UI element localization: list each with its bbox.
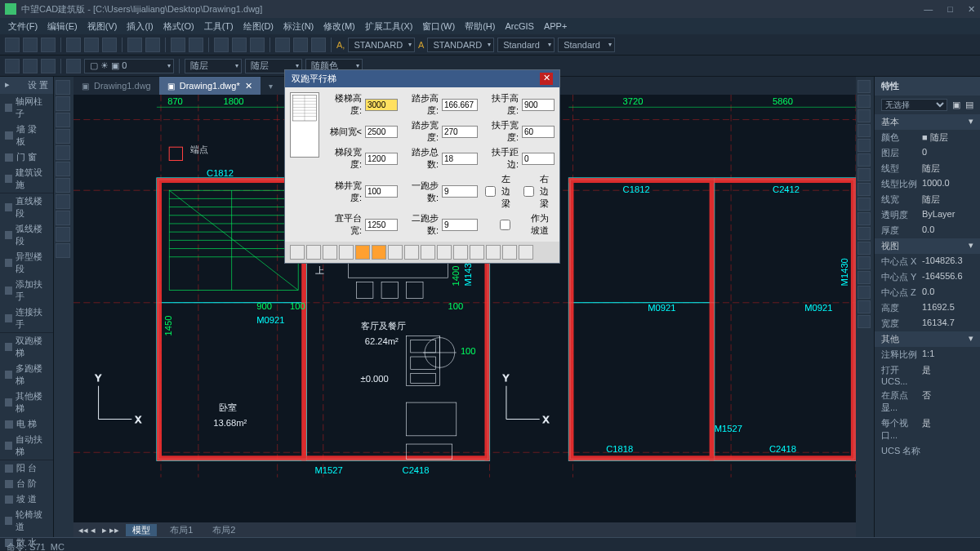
lp-item[interactable]: 连接扶手 <box>0 304 53 332</box>
group-view[interactable]: 视图▾ <box>875 238 980 254</box>
ramp-check[interactable]: 作为坡道 <box>481 212 555 237</box>
menu-draw[interactable]: 绘图(D) <box>240 20 277 33</box>
dlg-btn-4[interactable] <box>339 245 354 260</box>
tb2-a[interactable] <box>5 59 20 73</box>
menu-file[interactable]: 文件(F) <box>5 20 41 33</box>
tab-add[interactable]: ▾ <box>261 77 281 95</box>
well-width-input[interactable] <box>365 126 398 138</box>
dlg-btn-8[interactable] <box>404 245 419 260</box>
copy-icon[interactable] <box>84 38 99 52</box>
menu-tools[interactable]: 工具(T) <box>201 20 237 33</box>
lp-item[interactable]: 电 梯 <box>0 416 53 432</box>
line-icon[interactable] <box>56 80 70 95</box>
dlg-btn-5[interactable] <box>355 245 370 260</box>
paste-icon[interactable] <box>102 38 117 52</box>
dlg-btn-14[interactable] <box>502 245 517 260</box>
lp-head-settings[interactable]: ▸设 置 <box>0 77 53 94</box>
point-icon[interactable] <box>56 243 70 258</box>
zoomext-icon[interactable] <box>250 38 265 52</box>
menu-dim[interactable]: 标注(N) <box>280 20 317 33</box>
color-dropdown[interactable]: 随层 <box>185 59 242 73</box>
menu-help[interactable]: 帮助(H) <box>461 20 498 33</box>
lp-item[interactable]: 多跑楼梯 <box>0 361 53 389</box>
layer-icon[interactable] <box>275 38 290 52</box>
lp-item[interactable]: 门 窗 <box>0 149 53 165</box>
pick-icon[interactable]: ▣ <box>952 100 960 110</box>
textstyle-a-dropdown[interactable]: STANDARD <box>348 38 415 52</box>
lp-item[interactable]: 台 阶 <box>0 476 53 491</box>
move-icon[interactable] <box>858 80 871 93</box>
fillet-icon[interactable] <box>858 198 871 211</box>
rail-offset-input[interactable] <box>522 153 555 165</box>
hatch-icon[interactable] <box>56 194 70 209</box>
offset-icon[interactable] <box>858 183 871 196</box>
ellipse-icon[interactable] <box>56 162 70 176</box>
scale-icon[interactable] <box>858 139 871 152</box>
maximize-button[interactable]: □ <box>947 4 953 15</box>
tab-layout2[interactable]: 布局2 <box>206 524 242 536</box>
tab-nav-left[interactable]: ◂◂ ◂ <box>78 525 96 535</box>
erase-icon[interactable] <box>858 242 871 255</box>
lp-item[interactable]: 直线楼段 <box>0 193 53 221</box>
text-icon[interactable] <box>56 211 70 225</box>
tab-drawing1[interactable]: ▣ Drawing1.dwg <box>74 77 159 95</box>
right-beam-check[interactable]: 右边梁 <box>519 173 555 210</box>
help-icon[interactable] <box>311 38 326 52</box>
landing-width-input[interactable] <box>365 219 398 231</box>
rect-icon[interactable] <box>56 145 70 160</box>
close-button[interactable]: ✕ <box>968 4 975 15</box>
tab-model[interactable]: 模型 <box>126 524 157 536</box>
tab-drawing1-active[interactable]: ▣ Drawing1.dwg* ✕ <box>159 77 261 95</box>
dlg-btn-2[interactable] <box>306 245 321 260</box>
lp-item[interactable]: 双跑楼梯 <box>0 333 53 361</box>
menu-arcgis[interactable]: ArcGIS <box>501 21 537 31</box>
tab-close-icon[interactable]: ✕ <box>245 81 252 91</box>
tab-layout1[interactable]: 布局1 <box>163 524 199 536</box>
group-other[interactable]: 其他▾ <box>875 331 980 347</box>
dlg-btn-7[interactable] <box>388 245 403 260</box>
dimstyle2-dropdown[interactable]: Standard <box>558 38 615 52</box>
spline-icon[interactable] <box>56 178 70 193</box>
stretch-icon[interactable] <box>858 300 871 313</box>
tab-nav-right[interactable]: ▸ ▸▸ <box>102 525 119 535</box>
stair-height-input[interactable] <box>365 99 398 111</box>
menu-edit[interactable]: 编辑(E) <box>44 20 81 33</box>
flight-width-input[interactable] <box>365 153 398 165</box>
dlg-btn-13[interactable] <box>486 245 501 260</box>
pan-icon[interactable] <box>214 38 229 52</box>
lp-item[interactable]: 阳 台 <box>0 460 53 476</box>
extend-icon[interactable] <box>858 168 871 181</box>
step-total-input[interactable] <box>442 153 478 165</box>
join-icon[interactable] <box>858 271 871 284</box>
tb2-d[interactable] <box>66 59 81 73</box>
dialog-close-button[interactable]: ✕ <box>540 73 553 85</box>
save-icon[interactable] <box>41 38 56 52</box>
redo-icon[interactable] <box>145 38 160 52</box>
menu-window[interactable]: 窗口(W) <box>419 20 458 33</box>
dimstyle-dropdown[interactable]: Standard <box>497 38 555 52</box>
undo-icon[interactable] <box>127 38 142 52</box>
align-icon[interactable] <box>858 315 871 328</box>
circle-icon[interactable] <box>56 129 70 144</box>
pline-icon[interactable] <box>56 96 70 111</box>
menu-view[interactable]: 视图(V) <box>84 20 121 33</box>
chamfer-icon[interactable] <box>858 286 871 299</box>
lp-item[interactable]: 添加扶手 <box>0 277 53 304</box>
dlg-btn-9[interactable] <box>421 245 435 260</box>
dlg-btn-6[interactable] <box>372 245 386 260</box>
lp-item[interactable]: 建筑设施 <box>0 165 53 193</box>
lp-item[interactable]: 轮椅坡道 <box>0 507 53 535</box>
dlg-btn-15[interactable] <box>519 245 533 260</box>
group-basic[interactable]: 基本▾ <box>875 114 980 130</box>
print-icon[interactable] <box>171 38 185 52</box>
arc-icon[interactable] <box>56 113 70 127</box>
flight1-steps-input[interactable] <box>442 185 478 198</box>
new-icon[interactable] <box>5 38 20 52</box>
copy2-icon[interactable] <box>858 95 871 108</box>
lp-item[interactable]: 坡 道 <box>0 491 53 507</box>
flight2-steps-input[interactable] <box>442 219 478 231</box>
left-beam-check[interactable]: 左边梁 <box>481 173 516 210</box>
tb2-c[interactable] <box>41 59 56 73</box>
array-icon[interactable] <box>858 212 871 225</box>
dlg-btn-11[interactable] <box>453 245 468 260</box>
